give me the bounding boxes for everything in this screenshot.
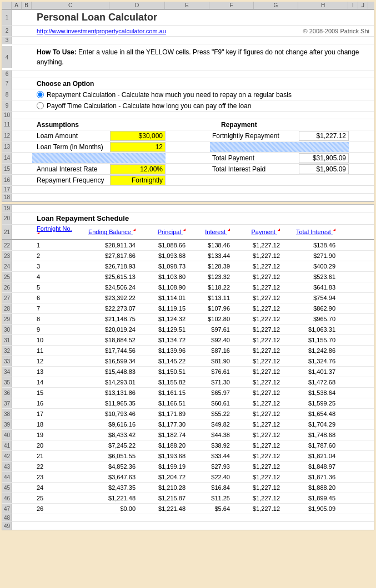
sched-total-interest: $1,472.68: [282, 378, 338, 386]
sched-payment: $1,227.12: [232, 484, 282, 491]
sched-balance: $26,718.93: [77, 262, 138, 270]
table-row: 40 19 $8,433.42 $1,182.74 $44.38 $1,227.…: [2, 430, 374, 440]
sched-interest: $118.22: [188, 283, 232, 291]
row-num-37: 37: [2, 398, 12, 408]
row-num-4: 4: [2, 46, 12, 68]
assumptions-heading: Assumptions: [32, 120, 119, 129]
col-header-ending-balance[interactable]: Ending Balance: [77, 228, 138, 236]
spreadsheet: A B C D E F G H I J 1 Personal Loan Calc…: [0, 0, 376, 532]
repayment-freq-label: Repayment Frequency: [32, 176, 110, 185]
sched-balance: $9,616.16: [77, 420, 138, 428]
radio1-input[interactable]: [37, 91, 44, 98]
sched-total-interest: $271.90: [282, 252, 338, 260]
sched-payment: $1,227.12: [232, 389, 282, 397]
table-row: 45 24 $2,437.35 $1,210.28 $16.84 $1,227.…: [2, 483, 374, 493]
col-header-payment[interactable]: Payment: [232, 228, 282, 236]
sched-payment: $1,227.12: [232, 252, 282, 260]
sched-principal: $1,171.89: [138, 410, 188, 418]
sched-balance: $25,615.13: [77, 273, 138, 281]
row-num-10: 10: [2, 111, 12, 119]
website-url[interactable]: http://www.investmentpropertycalculator.…: [37, 28, 166, 34]
table-row: 30 9 $20,019.24 $1,129.51 $97.61 $1,227.…: [2, 325, 374, 335]
sched-interest: $49.82: [188, 420, 232, 428]
sched-principal: $1,188.20: [138, 442, 188, 449]
repayment-heading: Repayment: [219, 120, 263, 129]
interest-rate-input[interactable]: 12.00%: [110, 164, 166, 174]
sched-payment: $1,227.12: [232, 368, 282, 376]
sched-interest: $102.80: [188, 315, 232, 323]
sched-balance: $10,793.46: [77, 410, 138, 418]
radio2-label: Payoff Time Calculation - Calculate how …: [47, 102, 251, 110]
col-header-h: H: [298, 2, 348, 9]
table-row: 41 20 $7,245.22 $1,188.20 $38.92 $1,227.…: [2, 440, 374, 451]
sched-principal: $1,129.51: [138, 326, 188, 333]
sched-balance: $23,392.22: [77, 294, 138, 302]
schedule-section: 19 20 Loan Repayment Schedule 21 Fortnig…: [2, 204, 374, 530]
sched-principal: $1,088.66: [138, 241, 188, 249]
sched-interest: $11.25: [188, 494, 232, 502]
sched-balance: $4,852.36: [77, 463, 138, 470]
sched-balance: $14,293.01: [77, 378, 138, 386]
col-header-total-interest[interactable]: Total Interest: [282, 228, 338, 236]
table-row: 38 17 $10,793.46 $1,171.89 $55.22 $1,227…: [2, 409, 374, 419]
sched-principal: $1,155.82: [138, 378, 188, 386]
sched-interest: $5.64: [188, 505, 232, 513]
sched-principal: $1,114.01: [138, 294, 188, 302]
sched-principal: $1,145.22: [138, 357, 188, 365]
sched-principal: $1,210.28: [138, 484, 188, 491]
sched-payment: $1,227.12: [232, 283, 282, 291]
sched-interest: $55.22: [188, 410, 232, 418]
sched-no: 3: [32, 262, 77, 270]
sched-balance: $15,448.83: [77, 368, 138, 376]
sched-balance: $3,647.63: [77, 473, 138, 481]
row-num-29: 29: [2, 314, 12, 324]
row-num-34: 34: [2, 367, 12, 377]
radio2-input[interactable]: [37, 102, 44, 109]
row-num-39: 39: [2, 419, 12, 429]
sched-principal: $1,193.68: [138, 452, 188, 460]
row-num-20: 20: [2, 212, 12, 224]
sched-payment: $1,227.12: [232, 431, 282, 439]
table-row: 25 4 $25,615.13 $1,103.80 $123.32 $1,227…: [2, 272, 374, 282]
radio1-row: Repayment Calculation - Calculate how mu…: [32, 90, 296, 99]
sched-total-interest: $1,538.64: [282, 389, 338, 397]
radio1-label: Repayment Calculation - Calculate how mu…: [47, 91, 292, 99]
loan-amount-input[interactable]: $30,000: [110, 131, 166, 141]
sched-total-interest: $754.94: [282, 294, 338, 302]
sched-no: 13: [32, 368, 77, 376]
row-num-43: 43: [2, 462, 12, 472]
sched-total-interest: $1,821.04: [282, 452, 338, 460]
sched-principal: $1,204.72: [138, 473, 188, 481]
sched-interest: $97.61: [188, 326, 232, 333]
sched-principal: $1,124.32: [138, 315, 188, 323]
sched-interest: $138.46: [188, 241, 232, 249]
table-row: 26 5 $24,506.24 $1,108.90 $118.22 $1,227…: [2, 282, 374, 293]
col-header-fortnight[interactable]: Fortnight No.: [32, 225, 77, 239]
sched-no: 19: [32, 431, 77, 439]
loan-term-input[interactable]: 12: [110, 142, 166, 152]
sched-total-interest: $1,704.29: [282, 420, 338, 428]
repayment-freq-input[interactable]: Fortnightly: [110, 175, 166, 185]
sched-principal: $1,119.15: [138, 305, 188, 312]
col-header-interest[interactable]: Interest: [188, 228, 232, 236]
howto-body: Enter a value in all the YELLOW cells. P…: [37, 48, 359, 66]
col-header-i: I: [348, 2, 358, 9]
row-num-36: 36: [2, 388, 12, 398]
table-row: 27 6 $23,392.22 $1,114.01 $113.11 $1,227…: [2, 293, 374, 303]
table-row: 34 13 $15,448.83 $1,150.51 $76.61 $1,227…: [2, 367, 374, 377]
sched-balance: $7,245.22: [77, 442, 138, 449]
row-num-22: 22: [2, 240, 12, 250]
sched-interest: $27.93: [188, 463, 232, 470]
sched-payment: $1,227.12: [232, 357, 282, 365]
table-row: 35 14 $14,293.01 $1,155.82 $71.30 $1,227…: [2, 377, 374, 388]
sched-no: 16: [32, 399, 77, 407]
row-num-42: 42: [2, 451, 12, 461]
sched-total-interest: $1,155.70: [282, 336, 338, 344]
sched-no: 14: [32, 378, 77, 386]
sched-principal: $1,166.51: [138, 399, 188, 407]
sched-principal: $1,108.90: [138, 283, 188, 291]
row-num-2: 2: [2, 26, 12, 36]
sched-payment: $1,227.12: [232, 273, 282, 281]
col-header-principal[interactable]: Principal: [138, 228, 188, 236]
sort-triangle-fortnight: [37, 232, 39, 234]
